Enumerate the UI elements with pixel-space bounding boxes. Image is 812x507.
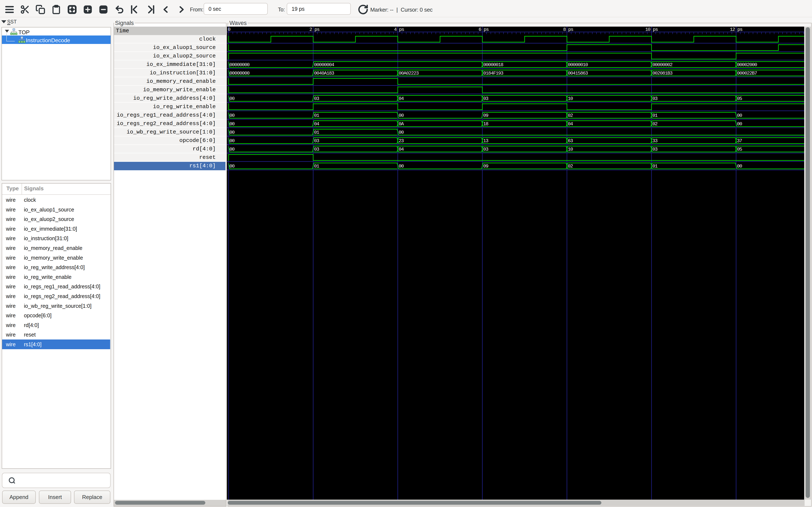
- svg-text:04: 04: [399, 147, 404, 152]
- svg-text:03: 03: [314, 96, 319, 101]
- svg-text:0: 0: [228, 27, 231, 32]
- svg-text:00: 00: [230, 121, 235, 127]
- svg-text:04: 04: [568, 121, 573, 127]
- svg-text:10: 10: [645, 27, 651, 32]
- svg-text:0184F193: 0184F193: [483, 70, 504, 76]
- svg-text:ps: ps: [568, 27, 573, 32]
- svg-text:00: 00: [230, 130, 235, 135]
- svg-text:04: 04: [314, 121, 319, 127]
- svg-text:05: 05: [737, 147, 742, 152]
- svg-text:00: 00: [737, 121, 742, 127]
- svg-text:ps: ps: [399, 27, 404, 32]
- svg-text:00002000: 00002000: [737, 62, 757, 68]
- svg-text:02: 02: [652, 121, 657, 127]
- svg-text:18: 18: [483, 121, 489, 127]
- svg-text:00000018: 00000018: [483, 62, 504, 68]
- svg-text:23: 23: [399, 138, 404, 144]
- svg-text:00000002: 00000002: [652, 62, 672, 68]
- svg-text:03: 03: [314, 147, 319, 152]
- svg-text:03: 03: [483, 96, 489, 101]
- svg-text:02: 02: [568, 164, 573, 169]
- svg-text:03: 03: [314, 138, 319, 144]
- svg-text:00: 00: [737, 113, 742, 118]
- svg-text:03: 03: [652, 147, 658, 152]
- svg-text:00: 00: [399, 130, 404, 135]
- svg-text:04: 04: [399, 96, 404, 101]
- svg-text:00: 00: [230, 113, 235, 118]
- svg-text:00: 00: [737, 164, 742, 169]
- svg-text:00: 00: [399, 164, 404, 169]
- svg-text:00000004: 00000004: [314, 62, 334, 68]
- svg-text:01: 01: [652, 164, 658, 169]
- svg-text:02: 02: [568, 113, 573, 118]
- svg-text:0040A183: 0040A183: [314, 70, 334, 76]
- svg-text:00: 00: [399, 113, 404, 118]
- svg-text:01: 01: [314, 130, 319, 135]
- svg-text:03: 03: [652, 96, 658, 101]
- svg-text:09: 09: [483, 164, 488, 169]
- svg-text:03: 03: [483, 147, 489, 152]
- svg-text:00: 00: [230, 138, 235, 144]
- svg-text:00000010: 00000010: [568, 62, 588, 68]
- svg-text:05: 05: [737, 96, 742, 101]
- svg-text:6: 6: [478, 27, 481, 32]
- svg-text:ps: ps: [653, 27, 658, 32]
- svg-text:00: 00: [230, 164, 235, 169]
- svg-text:01: 01: [314, 164, 319, 169]
- svg-text:00: 00: [230, 147, 235, 152]
- svg-text:10: 10: [568, 96, 573, 101]
- svg-text:4: 4: [394, 27, 397, 32]
- svg-text:00415863: 00415863: [568, 70, 588, 76]
- svg-text:09: 09: [483, 113, 488, 118]
- svg-text:000022B7: 000022B7: [737, 70, 757, 76]
- svg-text:12: 12: [730, 27, 735, 32]
- svg-text:00A02223: 00A02223: [399, 70, 419, 76]
- svg-text:0A: 0A: [399, 121, 404, 127]
- svg-text:13: 13: [483, 138, 489, 144]
- svg-text:ps: ps: [484, 27, 489, 32]
- svg-text:ps: ps: [314, 27, 319, 32]
- svg-text:00000000: 00000000: [230, 62, 250, 68]
- svg-text:63: 63: [568, 138, 573, 144]
- svg-text:00: 00: [230, 96, 235, 101]
- svg-text:01: 01: [652, 113, 658, 118]
- svg-text:2: 2: [309, 27, 312, 32]
- svg-text:8: 8: [563, 27, 566, 32]
- svg-text:ps: ps: [738, 27, 743, 32]
- svg-text:10: 10: [568, 147, 573, 152]
- svg-text:01: 01: [314, 113, 319, 118]
- svg-text:33: 33: [652, 138, 658, 144]
- svg-text:002081B3: 002081B3: [652, 70, 673, 76]
- svg-text:37: 37: [737, 138, 742, 144]
- svg-text:00000000: 00000000: [230, 70, 250, 76]
